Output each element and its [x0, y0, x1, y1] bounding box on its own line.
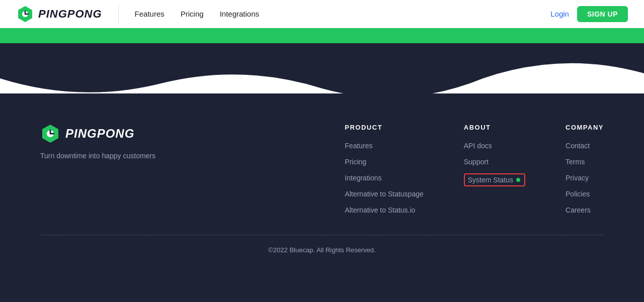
list-item: Alternative to Statuspage — [345, 189, 423, 198]
footer-brand-logo[interactable]: PINGPONG — [40, 124, 211, 144]
company-policies-link[interactable]: Policies — [566, 190, 590, 198]
footer-section: PINGPONG Turn downtime into happy custom… — [0, 93, 644, 302]
list-item: Privacy — [566, 173, 604, 182]
list-item: Integrations — [345, 173, 423, 182]
navbar: PINGPONG Features Pricing Integrations L… — [0, 0, 644, 28]
company-careers-link[interactable]: Careers — [566, 206, 591, 214]
footer-col-company-links: Contact Terms Privacy Policies Careers — [566, 141, 604, 215]
list-item: Features — [345, 141, 423, 150]
company-contact-link[interactable]: Contact — [566, 142, 590, 150]
login-link[interactable]: Login — [550, 10, 569, 18]
about-system-status-link[interactable]: System Status — [464, 173, 525, 186]
footer-col-company-title: COMPANY — [566, 124, 604, 131]
footer-col-product-title: PRODUCT — [345, 124, 423, 131]
list-item: Contact — [566, 141, 604, 150]
list-item: Careers — [566, 206, 604, 215]
footer-tagline: Turn downtime into happy customers — [40, 152, 211, 160]
footer-col-about-links: API docs Support System Status — [464, 141, 525, 186]
list-item: System Status — [464, 173, 525, 186]
wave-svg — [0, 28, 644, 93]
navbar-links: Features Pricing Integrations — [135, 10, 551, 18]
footer-copyright: ©2022 Bluecap. All Rights Reserved. — [268, 246, 375, 254]
product-integrations-link[interactable]: Integrations — [345, 174, 381, 182]
signup-button[interactable]: SIGN UP — [577, 6, 628, 22]
footer-col-about-title: ABOUT — [464, 124, 525, 131]
footer-col-about: ABOUT API docs Support System Status — [464, 124, 525, 215]
product-alt-statusio-link[interactable]: Alternative to Status.io — [345, 206, 415, 214]
wave-section — [0, 28, 644, 93]
footer-logo-text: PINGPONG — [65, 127, 134, 141]
list-item: Policies — [566, 189, 604, 198]
nav-pricing[interactable]: Pricing — [181, 10, 204, 18]
list-item: Support — [464, 157, 525, 166]
navbar-logo[interactable]: PINGPONG — [16, 5, 102, 23]
list-item: Alternative to Status.io — [345, 206, 423, 215]
navbar-actions: Login SIGN UP — [550, 6, 628, 22]
status-dot-icon — [516, 178, 520, 182]
company-privacy-link[interactable]: Privacy — [566, 174, 589, 182]
list-item: Pricing — [345, 157, 423, 166]
footer-col-company: COMPANY Contact Terms Privacy Policies C… — [566, 124, 604, 215]
product-features-link[interactable]: Features — [345, 142, 372, 150]
list-item: API docs — [464, 141, 525, 150]
footer-col-product-links: Features Pricing Integrations Alternativ… — [345, 141, 423, 215]
nav-integrations[interactable]: Integrations — [220, 10, 259, 18]
footer-content: PINGPONG Turn downtime into happy custom… — [40, 124, 604, 235]
footer-logo-icon — [40, 124, 60, 144]
system-status-label: System Status — [468, 176, 513, 184]
product-pricing-link[interactable]: Pricing — [345, 158, 366, 166]
footer-columns: PRODUCT Features Pricing Integrations Al… — [211, 124, 604, 215]
product-alt-statuspage-link[interactable]: Alternative to Statuspage — [345, 190, 423, 198]
logo-icon — [16, 5, 34, 23]
navbar-logo-text: PINGPONG — [38, 8, 102, 21]
list-item: Terms — [566, 157, 604, 166]
nav-features[interactable]: Features — [135, 10, 165, 18]
navbar-divider — [118, 5, 119, 23]
about-api-docs-link[interactable]: API docs — [464, 142, 492, 150]
footer-col-product: PRODUCT Features Pricing Integrations Al… — [345, 124, 423, 215]
company-terms-link[interactable]: Terms — [566, 158, 585, 166]
footer-bottom: ©2022 Bluecap. All Rights Reserved. — [40, 235, 604, 266]
about-support-link[interactable]: Support — [464, 158, 489, 166]
footer-brand: PINGPONG Turn downtime into happy custom… — [40, 124, 211, 215]
